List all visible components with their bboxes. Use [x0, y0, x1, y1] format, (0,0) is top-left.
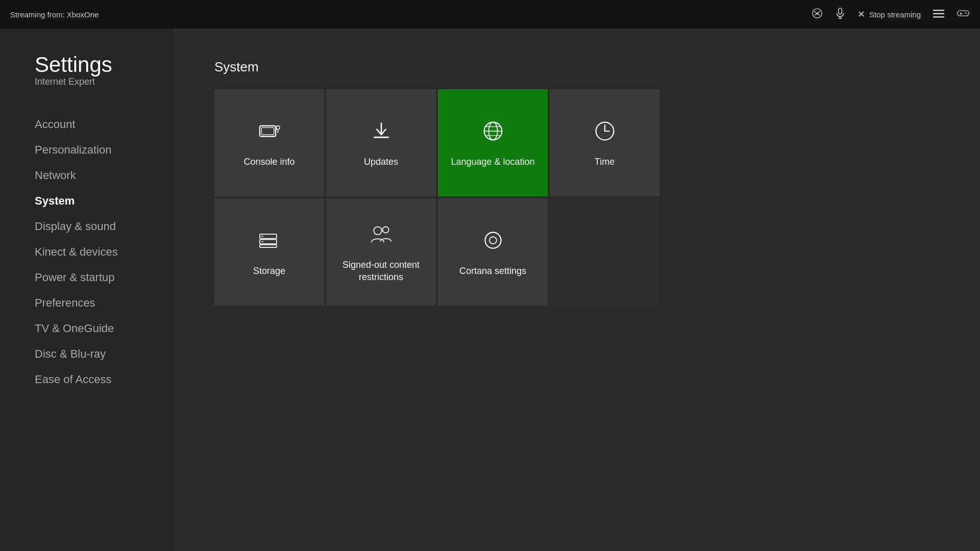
grid-cell-cortana-settings[interactable]: Cortana settings	[438, 198, 548, 306]
svg-rect-5	[933, 13, 944, 14]
stop-streaming-label: Stop streaming	[869, 10, 921, 19]
console-info-icon	[256, 118, 283, 148]
sidebar-item-personalization[interactable]: Personalization	[35, 137, 174, 163]
sidebar-item-network[interactable]: Network	[35, 163, 174, 188]
svg-rect-13	[261, 128, 274, 135]
sidebar-item-preferences[interactable]: Preferences	[35, 290, 174, 316]
storage-icon	[256, 227, 283, 257]
stop-streaming-button[interactable]: ✕ Stop streaming	[857, 9, 921, 20]
microphone-icon[interactable]	[835, 8, 845, 21]
cortana-icon	[480, 227, 506, 257]
sidebar-item-system[interactable]: System	[35, 188, 174, 214]
grid-cell-empty	[550, 198, 659, 306]
svg-rect-4	[933, 10, 944, 11]
svg-point-11	[966, 13, 967, 14]
grid-cell-console-info[interactable]: Console info	[214, 89, 324, 196]
svg-point-10	[965, 12, 966, 13]
sidebar-item-disc-bluray[interactable]: Disc & Blu-ray	[35, 341, 174, 367]
settings-subtitle: Internet Expert	[35, 77, 174, 87]
svg-rect-28	[259, 244, 276, 247]
sidebar-item-display-sound[interactable]: Display & sound	[35, 214, 174, 239]
controller-icon[interactable]	[957, 9, 970, 20]
svg-rect-7	[958, 10, 969, 15]
grid-cell-storage[interactable]: Storage	[214, 198, 324, 306]
main-layout: Settings Internet Expert Account Persona…	[0, 29, 980, 551]
sidebar-item-tv-oneguide[interactable]: TV & OneGuide	[35, 316, 174, 341]
svg-point-34	[489, 237, 497, 244]
topbar: Streaming from: XboxOne ✕ Stop streaming	[0, 0, 980, 29]
content-area: System Console info	[174, 29, 980, 551]
cortana-settings-label: Cortana settings	[459, 265, 526, 277]
svg-point-33	[485, 232, 501, 248]
time-icon	[592, 118, 618, 148]
sidebar: Settings Internet Expert Account Persona…	[0, 29, 174, 551]
sidebar-item-power-startup[interactable]: Power & startup	[35, 265, 174, 290]
language-location-label: Language & location	[451, 156, 534, 168]
sidebar-nav: Account Personalization Network System D…	[35, 112, 174, 392]
svg-point-14	[276, 126, 280, 129]
svg-rect-1	[839, 8, 842, 14]
console-info-label: Console info	[243, 156, 295, 168]
grid-cell-language-location[interactable]: Language & location	[438, 89, 548, 196]
settings-grid: Console info Updates	[214, 89, 939, 306]
topbar-icons: ✕ Stop streaming	[812, 8, 970, 21]
sidebar-item-kinect-devices[interactable]: Kinect & devices	[35, 239, 174, 265]
svg-rect-6	[933, 16, 944, 18]
language-location-icon	[480, 118, 506, 148]
storage-label: Storage	[253, 265, 285, 277]
close-icon: ✕	[857, 9, 865, 20]
updates-icon	[368, 118, 395, 148]
sidebar-item-account[interactable]: Account	[35, 112, 174, 137]
grid-cell-signed-out-content[interactable]: Signed-out content restrictions	[326, 198, 436, 306]
svg-point-32	[382, 227, 388, 233]
xbox-icon[interactable]	[812, 8, 823, 21]
signed-out-icon	[368, 221, 395, 251]
updates-label: Updates	[364, 156, 398, 168]
settings-title: Settings	[35, 53, 174, 77]
section-title: System	[214, 59, 939, 75]
sidebar-item-ease-of-access[interactable]: Ease of Access	[35, 367, 174, 392]
signed-out-content-label: Signed-out content restrictions	[326, 259, 436, 283]
grid-cell-updates[interactable]: Updates	[326, 89, 436, 196]
menu-icon[interactable]	[933, 9, 944, 20]
time-label: Time	[595, 156, 615, 168]
svg-point-31	[374, 227, 382, 235]
grid-cell-time[interactable]: Time	[550, 89, 659, 196]
